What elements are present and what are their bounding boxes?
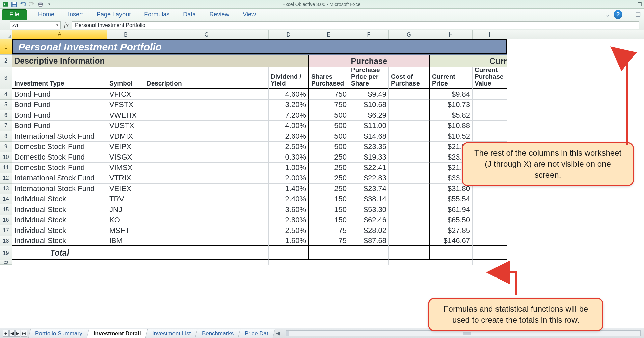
- cell[interactable]: Total: [12, 246, 107, 260]
- restore-icon[interactable]: ❐: [638, 2, 642, 7]
- cell[interactable]: $9.84: [429, 89, 473, 100]
- cell[interactable]: VEIPX: [107, 142, 144, 152]
- qat-customize-icon[interactable]: ▾: [46, 1, 53, 8]
- cell[interactable]: [144, 163, 269, 173]
- cell[interactable]: Individual Stock: [12, 236, 107, 246]
- cell[interactable]: [473, 215, 507, 225]
- cell[interactable]: [144, 173, 269, 184]
- cell[interactable]: VFICX: [107, 89, 144, 100]
- cell[interactable]: [389, 236, 429, 246]
- cell[interactable]: 2.50%: [269, 225, 308, 236]
- cell[interactable]: Curr: [429, 55, 507, 67]
- cell[interactable]: 2.00%: [269, 173, 308, 184]
- column-label-C[interactable]: Description: [144, 67, 269, 89]
- cell[interactable]: 750: [308, 89, 349, 100]
- cell[interactable]: [473, 110, 507, 121]
- cell[interactable]: Domestic Stock Fund: [12, 152, 107, 163]
- cell[interactable]: [144, 215, 269, 225]
- cell[interactable]: [389, 152, 429, 163]
- cell[interactable]: 150: [308, 215, 349, 225]
- row-header[interactable]: 2: [0, 55, 12, 67]
- cell[interactable]: $61.94: [429, 204, 473, 215]
- sheet-nav-prev-icon[interactable]: ◀: [9, 330, 15, 337]
- cell[interactable]: Individual Stock: [12, 194, 107, 204]
- sheet-tab[interactable]: Benchmarks: [195, 329, 241, 338]
- row-header[interactable]: 6: [0, 110, 12, 121]
- select-all-triangle[interactable]: [0, 30, 12, 39]
- cell[interactable]: [144, 142, 269, 152]
- cell[interactable]: 75: [308, 225, 349, 236]
- cell[interactable]: [349, 246, 389, 260]
- ribbon-tab-insert[interactable]: Insert: [61, 9, 90, 20]
- row-header[interactable]: 4: [0, 89, 12, 100]
- row-header[interactable]: 11: [0, 163, 12, 173]
- row-header[interactable]: 13: [0, 184, 12, 194]
- cell[interactable]: [144, 152, 269, 163]
- cell[interactable]: VIMSX: [107, 163, 144, 173]
- cell[interactable]: $62.46: [349, 215, 389, 225]
- cell[interactable]: [389, 121, 429, 131]
- cell[interactable]: VUSTX: [107, 121, 144, 131]
- cell[interactable]: $53.30: [349, 204, 389, 215]
- undo-icon[interactable]: [20, 1, 26, 8]
- sheet-nav-last-icon[interactable]: ⏭: [21, 330, 27, 337]
- cell[interactable]: Bond Fund: [12, 121, 107, 131]
- cell[interactable]: [389, 204, 429, 215]
- cell[interactable]: Individual Stock: [12, 215, 107, 225]
- cell[interactable]: 500: [308, 110, 349, 121]
- cell[interactable]: [144, 204, 269, 215]
- cell[interactable]: [389, 225, 429, 236]
- cell[interactable]: 500: [308, 131, 349, 142]
- cell[interactable]: International Stock Fund: [12, 173, 107, 184]
- formula-input[interactable]: Personal Investment Portfolio: [72, 21, 639, 29]
- cell[interactable]: 250: [308, 152, 349, 163]
- cell[interactable]: [144, 246, 269, 260]
- column-label-F[interactable]: Purchase Price per Share: [349, 67, 389, 89]
- cell[interactable]: [473, 260, 507, 265]
- cell[interactable]: Domestic Stock Fund: [12, 142, 107, 152]
- cell[interactable]: 2.60%: [269, 131, 308, 142]
- cell[interactable]: $6.29: [349, 110, 389, 121]
- name-box[interactable]: A1 ▼: [10, 21, 61, 29]
- cell[interactable]: [308, 260, 349, 265]
- column-label-E[interactable]: Shares Purchased: [308, 67, 349, 89]
- cell[interactable]: JNJ: [107, 204, 144, 215]
- cell[interactable]: [389, 215, 429, 225]
- column-header-E[interactable]: E: [308, 30, 349, 39]
- cell[interactable]: Bond Fund: [12, 110, 107, 121]
- cell[interactable]: [349, 260, 389, 265]
- column-header-B[interactable]: B: [107, 30, 144, 39]
- cell[interactable]: 1.40%: [269, 184, 308, 194]
- row-header[interactable]: 5: [0, 100, 12, 110]
- row-header[interactable]: 14: [0, 194, 12, 204]
- fx-icon[interactable]: fx: [64, 22, 69, 29]
- quickprint-icon[interactable]: [37, 1, 44, 8]
- cell[interactable]: [473, 100, 507, 110]
- column-header-D[interactable]: D: [269, 30, 308, 39]
- cell[interactable]: VTRIX: [107, 173, 144, 184]
- cell[interactable]: International Stock Fund: [12, 184, 107, 194]
- cell[interactable]: International Stock Fund: [12, 131, 107, 142]
- cell[interactable]: $22.83: [349, 173, 389, 184]
- cell[interactable]: [389, 110, 429, 121]
- cell[interactable]: [429, 246, 473, 260]
- column-header-C[interactable]: C: [144, 30, 269, 39]
- cell[interactable]: [144, 121, 269, 131]
- cell[interactable]: [269, 246, 308, 260]
- cell[interactable]: 2.40%: [269, 194, 308, 204]
- cell[interactable]: $10.73: [429, 100, 473, 110]
- sheet-nav-next-icon[interactable]: ▶: [15, 330, 20, 337]
- ribbon-tab-pagelayout[interactable]: Page Layout: [90, 9, 137, 20]
- cell[interactable]: VFSTX: [107, 100, 144, 110]
- ribbon-tab-review[interactable]: Review: [203, 9, 236, 20]
- cell[interactable]: [144, 236, 269, 246]
- cell[interactable]: [144, 110, 269, 121]
- cell[interactable]: 1.00%: [269, 163, 308, 173]
- column-label-D[interactable]: Dividend / Yield: [269, 67, 308, 89]
- cell[interactable]: 0.30%: [269, 152, 308, 163]
- row-header[interactable]: 1: [0, 39, 12, 55]
- cell[interactable]: [144, 100, 269, 110]
- row-header[interactable]: 8: [0, 131, 12, 142]
- cell[interactable]: $23.35: [349, 142, 389, 152]
- cell[interactable]: $65.50: [429, 215, 473, 225]
